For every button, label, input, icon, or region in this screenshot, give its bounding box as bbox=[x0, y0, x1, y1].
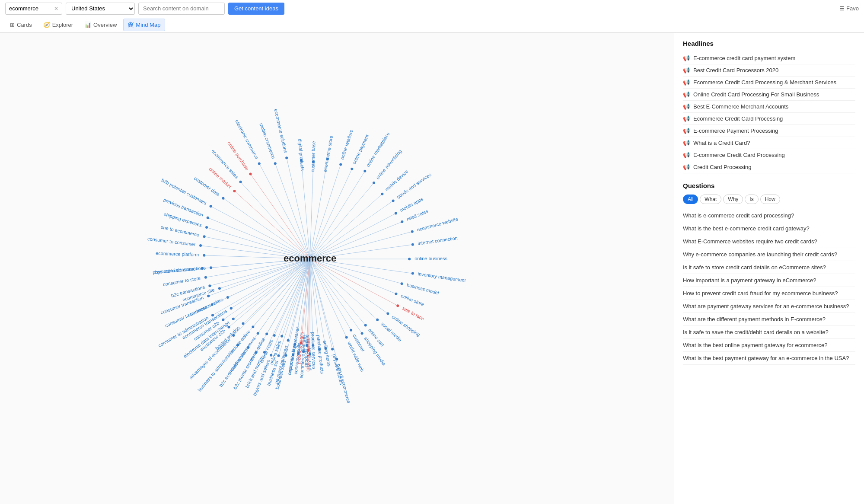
headline-item[interactable]: 📢What is a Credit Card? bbox=[683, 137, 855, 149]
svg-point-200 bbox=[226, 296, 229, 299]
headline-text: Best Credit Card Processors 2020 bbox=[693, 67, 778, 73]
headline-item[interactable]: 📢E-commerce credit card payment system bbox=[683, 52, 855, 64]
svg-point-212 bbox=[265, 332, 268, 335]
headline-item[interactable]: 📢Online Credit Card Processing For Small… bbox=[683, 89, 855, 101]
headline-item[interactable]: 📢Best E-Commerce Merchant Accounts bbox=[683, 101, 855, 113]
svg-text:customer data: customer data bbox=[193, 175, 221, 197]
question-item[interactable]: What is the best payment gateway for an … bbox=[683, 352, 855, 365]
filter-tab-how[interactable]: How bbox=[760, 195, 780, 204]
svg-line-25 bbox=[301, 160, 310, 259]
headline-text: Best E-Commerce Merchant Accounts bbox=[693, 103, 788, 110]
headline-item[interactable]: 📢Ecommerce Credit Card Processing bbox=[683, 113, 855, 125]
svg-line-22 bbox=[310, 164, 341, 259]
svg-point-130 bbox=[285, 156, 288, 159]
keyword-input-wrapper[interactable]: ecommerce ✕ bbox=[5, 3, 62, 15]
svg-line-68 bbox=[274, 259, 310, 335]
question-item[interactable]: How important is a payment gateway in eC… bbox=[683, 274, 855, 287]
svg-text:online business: online business bbox=[414, 256, 447, 261]
fav-label: Favo bbox=[846, 5, 859, 12]
svg-point-120 bbox=[351, 168, 353, 170]
svg-point-132 bbox=[274, 162, 277, 165]
tab-cards[interactable]: ⊞ Cards bbox=[5, 19, 37, 31]
svg-text:ecommerce: ecommerce bbox=[284, 253, 336, 264]
svg-line-61 bbox=[228, 259, 310, 297]
tab-overview[interactable]: 📊 Overview bbox=[80, 19, 121, 31]
country-select[interactable]: United States United Kingdom Canada bbox=[66, 3, 135, 15]
svg-point-118 bbox=[363, 170, 366, 172]
question-item[interactable]: What is e-commerce credit card processin… bbox=[683, 209, 855, 222]
svg-text:sale to face: sale to face bbox=[402, 306, 425, 322]
filter-tab-is[interactable]: Is bbox=[745, 195, 758, 204]
svg-point-214 bbox=[273, 334, 276, 337]
svg-point-116 bbox=[373, 182, 375, 184]
tab-mindmap-label: Mind Map bbox=[136, 22, 160, 28]
filter-tab-all[interactable]: All bbox=[683, 195, 698, 204]
svg-point-216 bbox=[281, 335, 283, 338]
tab-explorer[interactable]: 🧭 Explorer bbox=[38, 19, 78, 31]
svg-point-92 bbox=[386, 312, 389, 315]
svg-point-208 bbox=[252, 325, 254, 328]
svg-point-168 bbox=[222, 319, 224, 321]
svg-line-4 bbox=[310, 259, 362, 333]
question-item[interactable]: Is it safe to store credit card details … bbox=[683, 261, 855, 274]
svg-text:digital products: digital products bbox=[297, 139, 305, 171]
svg-point-232 bbox=[331, 348, 334, 351]
svg-text:inventory management: inventory management bbox=[418, 271, 466, 283]
svg-point-142 bbox=[222, 197, 224, 200]
svg-point-136 bbox=[249, 173, 252, 175]
fav-button[interactable]: ☰ Favo bbox=[839, 5, 859, 12]
question-item[interactable]: What are payment gateway services for an… bbox=[683, 300, 855, 313]
question-item[interactable]: How to prevent credit card fraud for my … bbox=[683, 287, 855, 300]
svg-text:consumer to consumer: consumer to consumer bbox=[147, 236, 196, 247]
megaphone-icon: 📢 bbox=[683, 164, 690, 170]
svg-text:mobile commerce: mobile commerce bbox=[258, 122, 276, 159]
svg-line-64 bbox=[243, 259, 310, 323]
headline-item[interactable]: 📢Credit Card Processing bbox=[683, 161, 855, 173]
svg-point-84 bbox=[350, 329, 352, 332]
headline-text: E-commerce Credit Card Processing bbox=[693, 152, 785, 158]
question-item[interactable]: What are the different payment methods i… bbox=[683, 313, 855, 326]
tab-mindmap[interactable]: 🕸 Mind Map bbox=[123, 19, 165, 31]
svg-text:online retailers: online retailers bbox=[339, 129, 354, 160]
headline-item[interactable]: 📢Best Credit Card Processors 2020 bbox=[683, 64, 855, 77]
megaphone-icon: 📢 bbox=[683, 79, 690, 86]
svg-point-98 bbox=[401, 282, 403, 285]
svg-line-24 bbox=[310, 162, 313, 259]
svg-text:one to ecommerce: one to ecommerce bbox=[160, 224, 200, 238]
filter-tab-why[interactable]: Why bbox=[723, 195, 743, 204]
headline-item[interactable]: 📢E-commerce Credit Card Processing bbox=[683, 149, 855, 161]
question-item[interactable]: What is the best online payment gateway … bbox=[683, 339, 855, 352]
keyword-input[interactable]: ecommerce bbox=[9, 5, 52, 12]
svg-point-122 bbox=[339, 163, 342, 166]
headline-item[interactable]: 📢E-commerce Payment Processing bbox=[683, 125, 855, 137]
svg-line-2 bbox=[310, 259, 347, 337]
mindmap-area[interactable]: credit cardtype of ecommerceworld wide w… bbox=[0, 33, 674, 504]
svg-point-146 bbox=[207, 217, 209, 219]
mindmap-svg: credit cardtype of ecommerceworld wide w… bbox=[0, 33, 674, 504]
svg-line-21 bbox=[310, 169, 352, 259]
tab-overview-label: Overview bbox=[93, 22, 117, 28]
close-keyword-icon[interactable]: ✕ bbox=[54, 6, 58, 12]
svg-point-110 bbox=[395, 212, 397, 215]
headline-item[interactable]: 📢Ecommerce Credit Card Processing & Merc… bbox=[683, 77, 855, 89]
get-ideas-button[interactable]: Get content ideas bbox=[228, 3, 284, 15]
svg-point-106 bbox=[411, 230, 414, 233]
question-item[interactable]: Is it safe to save the credit/debit card… bbox=[683, 326, 855, 339]
svg-text:ecommerce platform: ecommerce platform bbox=[156, 251, 199, 257]
tab-explorer-label: Explorer bbox=[52, 22, 73, 28]
headline-text: E-commerce Payment Processing bbox=[693, 128, 778, 134]
svg-point-160 bbox=[208, 284, 211, 287]
svg-point-204 bbox=[232, 318, 235, 320]
svg-point-108 bbox=[401, 220, 403, 223]
svg-line-26 bbox=[287, 158, 310, 259]
domain-search-input[interactable] bbox=[138, 3, 225, 15]
question-item[interactable]: Why e-commerce companies are launching t… bbox=[683, 248, 855, 261]
question-item[interactable]: What E-Commerce websites require two cre… bbox=[683, 235, 855, 248]
question-filters: AllWhatWhyIsHow bbox=[683, 195, 855, 204]
question-item[interactable]: What is the best e-commerce credit card … bbox=[683, 222, 855, 235]
filter-tab-what[interactable]: What bbox=[700, 195, 721, 204]
svg-point-152 bbox=[199, 244, 202, 247]
list-icon: ☰ bbox=[839, 5, 845, 12]
svg-point-138 bbox=[239, 181, 242, 183]
svg-text:online payment: online payment bbox=[351, 134, 370, 165]
